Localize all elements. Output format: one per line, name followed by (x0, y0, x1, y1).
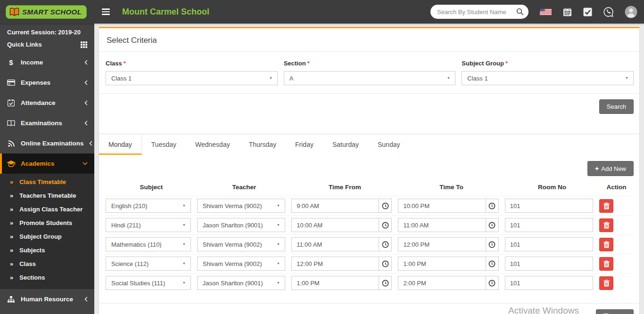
time-from-input[interactable] (291, 237, 379, 251)
room-no-input[interactable] (505, 218, 593, 232)
sidebar-menu: $ Income Expenses Attendance Examination… (0, 52, 94, 314)
sidebar-subitem-promote-students[interactable]: » Promote Students (0, 216, 94, 230)
user-avatar[interactable] (625, 6, 637, 18)
clock-icon[interactable] (379, 199, 392, 213)
clock-icon[interactable] (379, 257, 392, 271)
sidebar-item-academics[interactable]: Academics (0, 153, 94, 174)
teacher-select[interactable]: Shivam Verma (9002) (197, 257, 285, 271)
sidebar-item-income[interactable]: $ Income (0, 52, 94, 72)
time-to-input[interactable] (398, 199, 486, 213)
menu-toggle-icon[interactable] (102, 8, 110, 15)
clock-icon[interactable] (486, 218, 499, 232)
add-new-button[interactable]: +Add New (587, 161, 634, 176)
sidebar-subitem-class-timetable[interactable]: » Class Timetable (0, 175, 94, 189)
sidebar-subitem-assign-class-teacher[interactable]: » Assign Class Teacher (0, 202, 94, 216)
sidebar-item-expenses[interactable]: Expenses (0, 72, 94, 93)
room-no-input[interactable] (505, 257, 593, 271)
subject-select[interactable]: Social Studies (111) (106, 276, 191, 290)
time-to-input[interactable] (398, 218, 486, 232)
table-header-row: SubjectTeacherTime FromTime ToRoom NoAct… (106, 181, 634, 196)
tab-tuesday[interactable]: Tuesday (142, 134, 186, 155)
calendar-icon[interactable] (563, 8, 572, 16)
clock-icon[interactable] (486, 237, 499, 251)
main-content: Select Criteria Class* Class 1 Section* … (94, 24, 644, 314)
clock-icon[interactable] (486, 199, 499, 213)
room-no-input[interactable] (505, 237, 593, 251)
sidebar-item-human-resource[interactable]: Human Resource (0, 289, 94, 309)
delete-row-button[interactable] (599, 238, 613, 251)
teacher-select[interactable]: Jason Sharlton (9001) (197, 276, 285, 290)
search-input[interactable] (437, 8, 516, 16)
sidebar-subitem-teachers-timetable[interactable]: » Teachers Timetable (0, 189, 94, 202)
time-from-input[interactable] (291, 218, 379, 232)
delete-row-button[interactable] (599, 218, 613, 232)
plus-icon: + (595, 165, 599, 172)
subitem-label: Teachers Timetable (19, 192, 76, 199)
sidebar-subitem-subjects[interactable]: » Subjects (0, 243, 94, 257)
subject-select[interactable]: English (210) (106, 199, 191, 213)
tab-sunday[interactable]: Sunday (368, 134, 409, 155)
search-button[interactable]: Search (599, 99, 634, 114)
subject-select[interactable]: Science (112) (106, 257, 191, 271)
subject-select[interactable]: Mathematics (110) (106, 237, 191, 251)
us-flag-icon[interactable] (540, 8, 552, 16)
double-angle-right-icon: » (10, 260, 13, 267)
quick-links[interactable]: Quick Links (0, 37, 94, 52)
clock-icon[interactable] (486, 257, 499, 271)
time-to-input[interactable] (398, 257, 486, 271)
tab-friday[interactable]: Friday (286, 134, 323, 155)
time-from-input[interactable] (291, 257, 379, 271)
sidebar-subitem-class[interactable]: » Class (0, 257, 94, 271)
field-label-subject-group: Subject Group* (462, 60, 634, 67)
tab-wednesday[interactable]: Wednesday (186, 134, 239, 155)
quick-links-label: Quick Links (7, 41, 42, 48)
clock-icon[interactable] (379, 237, 392, 251)
sidebar-item-attendance[interactable]: Attendance (0, 93, 94, 113)
delete-row-button[interactable] (599, 199, 613, 213)
time-from-input[interactable] (291, 276, 379, 290)
sidebar-item-examinations[interactable]: Examinations (0, 113, 94, 133)
room-no-input[interactable] (505, 199, 593, 213)
chevron-left-icon (84, 297, 88, 302)
timetable-row: Science (112) Shivam Verma (9002) (106, 254, 634, 274)
clock-icon[interactable] (379, 218, 392, 232)
student-search[interactable] (430, 5, 528, 19)
subject-group-select[interactable]: Class 1 (462, 71, 634, 85)
section-select-wrap: A (284, 71, 456, 85)
chevron-left-icon (84, 60, 88, 65)
class-select[interactable]: Class 1 (106, 71, 278, 85)
required-asterisk: * (124, 60, 126, 67)
teacher-select[interactable]: Shivam Verma (9002) (197, 199, 285, 213)
tab-saturday[interactable]: Saturday (323, 134, 368, 155)
teacher-select-wrap: Shivam Verma (9002) (197, 199, 285, 213)
whatsapp-icon[interactable] (603, 7, 613, 17)
sidebar-item-online-examinations[interactable]: Online Examinations (0, 133, 94, 153)
required-asterisk: * (505, 60, 508, 67)
save-button[interactable]: Save (596, 309, 634, 314)
app-logo[interactable]: SMART SCHOOL (0, 0, 94, 24)
subject-select[interactable]: Hindi (211) (106, 218, 191, 232)
delete-row-button[interactable] (599, 257, 613, 271)
time-to-input[interactable] (398, 237, 486, 251)
grid-icon[interactable] (81, 41, 87, 48)
sidebar-item-label: Attendance (21, 99, 79, 106)
graduation-cap-icon (7, 161, 16, 167)
time-to-input[interactable] (398, 276, 486, 290)
room-no-input[interactable] (505, 276, 593, 290)
section-select[interactable]: A (284, 71, 456, 85)
tab-thursday[interactable]: Thursday (239, 134, 286, 155)
sidebar-item-communicate[interactable]: Communicate (0, 309, 94, 314)
time-from-input[interactable] (291, 199, 379, 213)
teacher-select[interactable]: Shivam Verma (9002) (197, 237, 285, 251)
double-angle-right-icon: » (10, 247, 13, 254)
clock-icon[interactable] (379, 276, 392, 290)
search-icon[interactable] (516, 8, 524, 16)
delete-row-button[interactable] (599, 276, 613, 290)
tasks-icon[interactable] (583, 8, 592, 16)
sidebar-subitem-subject-group[interactable]: » Subject Group (0, 230, 94, 243)
sidebar-item-label: Income (21, 59, 79, 66)
clock-icon[interactable] (486, 276, 499, 290)
sidebar-subitem-sections[interactable]: » Sections (0, 271, 94, 284)
teacher-select[interactable]: Jason Sharlton (9001) (197, 218, 285, 232)
tab-monday[interactable]: Monday (99, 134, 142, 155)
